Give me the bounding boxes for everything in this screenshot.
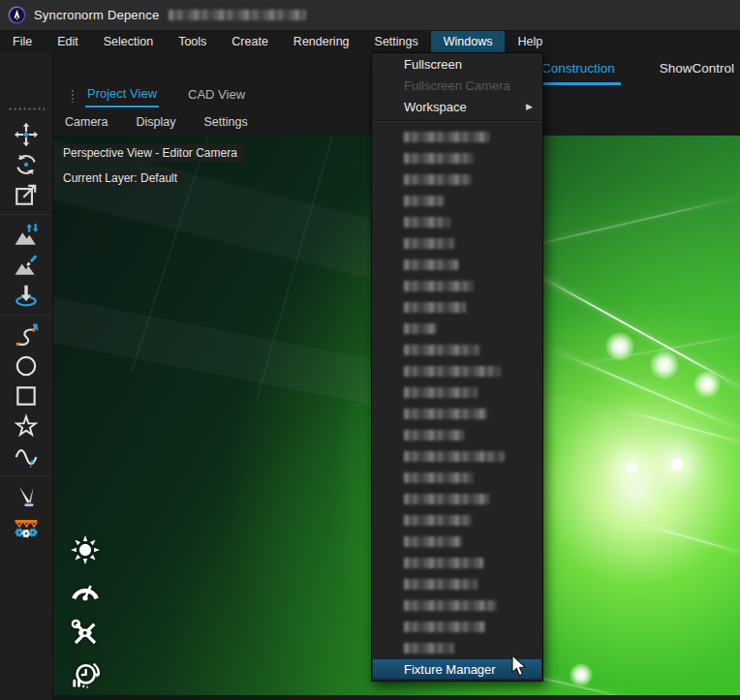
panel-grip-handle[interactable] [71,89,76,103]
curve-function-tool-icon: f [14,443,39,469]
subnav-settings[interactable]: Settings [201,113,249,131]
menu-item-fullscreen[interactable]: Fullscreen [372,53,542,75]
fixture-flare [650,350,679,380]
menu-item-redacted[interactable] [372,509,542,531]
playback-clock-overlay-button[interactable] [66,657,105,692]
redacted-label [404,472,474,483]
menu-item-redacted[interactable] [372,552,542,573]
menubar-item-file[interactable]: File [0,31,45,52]
redacted-label [404,153,474,164]
tab-cad-view[interactable]: CAD View [186,85,247,107]
rotate-tool-button[interactable] [7,149,46,179]
menu-item-redacted[interactable] [372,381,542,403]
drop-to-ground-tool-button[interactable] [7,280,46,310]
menu-item-redacted[interactable] [372,296,542,318]
toolbar-grip-handle[interactable] [8,107,45,111]
menu-item-redacted[interactable] [372,594,542,616]
redacted-label [404,345,479,355]
menu-item-redacted[interactable] [372,573,542,594]
menu-item-redacted[interactable] [372,531,542,552]
viewport-layer-label: Current Layer: Default [56,169,184,188]
sun-overlay-button[interactable] [66,533,105,567]
redacted-label [404,536,462,547]
redacted-label [404,494,489,504]
drop-to-ground-tool-icon [14,283,39,308]
menubar-item-help[interactable]: Help [505,31,555,52]
menu-item-redacted[interactable] [372,445,542,467]
view-subnav: CameraDisplaySettings [63,113,250,131]
menu-item-redacted[interactable] [372,339,542,360]
spline-tool-button[interactable] [7,320,46,350]
menubar-item-settings[interactable]: Settings [362,31,431,52]
rectangle-tool-icon [14,383,39,409]
move-tool-icon [14,122,39,147]
tab-construction[interactable]: Construction [536,57,621,85]
menu-item-label: Fullscreen [404,57,462,72]
redacted-label [404,622,485,632]
spline-tool-icon [14,323,39,349]
sun-icon [70,534,101,565]
menu-item-workspace[interactable]: Workspace▶ [372,96,542,117]
window-title: Syncronorm Depence [34,8,159,22]
menu-item-redacted[interactable] [372,275,542,296]
titlebar: Syncronorm Depence [0,0,740,31]
menu-item-redacted[interactable] [372,126,542,147]
terrain-paint-tool-button[interactable] [7,250,46,280]
menu-item-redacted[interactable] [372,616,542,637]
menubar-item-rendering[interactable]: Rendering [281,31,362,52]
redacted-label [404,132,489,142]
gauge-overlay-button[interactable] [66,574,105,609]
terrain-elevation-tool-button[interactable] [7,220,46,250]
visibility-tools-icon [70,618,101,649]
spotlight-tool-icon [14,484,39,509]
spotlight-tool-button[interactable] [7,481,46,511]
rotate-tool-icon [14,152,39,177]
redacted-label [404,515,472,526]
menu-item-redacted[interactable] [372,488,542,509]
menu-item-label: Fullscreen Camera [404,78,510,93]
menu-item-redacted[interactable] [372,360,542,381]
tab-project-view[interactable]: Project View [85,84,159,107]
curve-function-tool-button[interactable]: f [7,441,46,471]
redacted-label [404,174,472,185]
menu-item-redacted[interactable] [372,403,542,424]
menu-item-redacted[interactable] [372,232,542,254]
menu-item-redacted[interactable] [372,190,542,211]
fixture-flare [570,663,593,686]
menu-item-redacted[interactable] [372,467,542,488]
menu-item-redacted[interactable] [372,254,542,275]
menubar-item-windows[interactable]: Windows [431,31,506,52]
redacted-label [404,643,454,654]
star-tool-button[interactable] [7,411,46,441]
menubar-item-edit[interactable]: Edit [45,31,91,52]
menu-item-redacted[interactable] [372,147,542,168]
toolbar-separator [0,475,52,476]
redacted-label [404,238,454,249]
menu-item-redacted[interactable] [372,318,542,339]
rectangle-tool-button[interactable] [7,380,46,411]
menu-separator [373,120,541,122]
menu-item-redacted[interactable] [372,424,542,445]
subnav-display[interactable]: Display [134,113,177,131]
scale-tool-icon [14,182,39,207]
menubar-item-tools[interactable]: Tools [166,31,219,52]
menubar-item-create[interactable]: Create [219,31,281,52]
menu-item-redacted[interactable] [372,168,542,190]
star-tool-icon [14,413,39,439]
scale-tool-button[interactable] [7,179,46,209]
stage-light-hotspot [627,463,637,473]
truss-tool-button[interactable] [7,511,46,541]
mouse-cursor [511,654,528,678]
visibility-tools-overlay-button[interactable] [66,616,105,651]
circle-tool-button[interactable] [7,350,46,380]
redacted-label [404,259,458,270]
light-beam [620,409,740,445]
redacted-label [404,558,483,568]
menu-item-fullscreen-camera[interactable]: Fullscreen Camera [372,75,542,96]
move-tool-button[interactable] [7,119,46,149]
redacted-label [404,600,497,611]
menu-item-redacted[interactable] [372,211,542,232]
subnav-camera[interactable]: Camera [63,113,109,131]
tab-showcontrol[interactable]: ShowControl [654,57,740,85]
menubar-item-selection[interactable]: Selection [91,31,166,52]
